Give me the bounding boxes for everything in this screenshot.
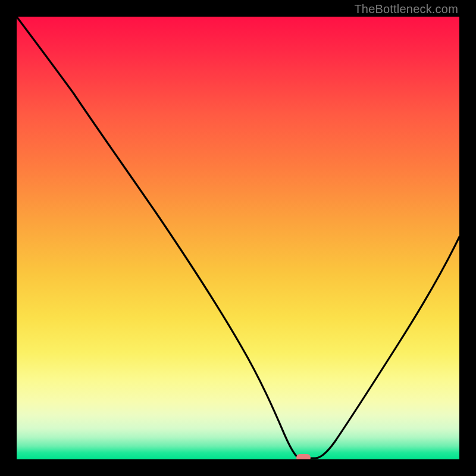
watermark-text: TheBottleneck.com bbox=[354, 2, 458, 16]
chart-frame: TheBottleneck.com bbox=[0, 0, 476, 476]
plot-area bbox=[17, 17, 459, 459]
curve-layer bbox=[17, 17, 459, 459]
bottleneck-curve bbox=[17, 17, 459, 458]
optimal-marker bbox=[296, 454, 311, 459]
